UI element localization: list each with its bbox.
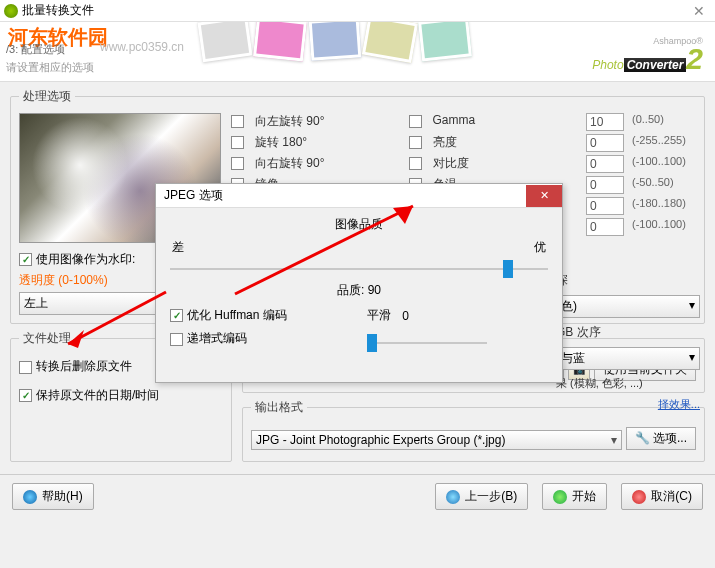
cancel-button[interactable]: 取消(C) xyxy=(621,483,703,510)
arrow-left-icon xyxy=(446,490,460,504)
contrast-value[interactable]: 0 xyxy=(586,155,624,173)
watermark-label: 使用图像作为水印: xyxy=(36,251,135,268)
wizard-header: 河东软件园 /3: 配置选项 www.pc0359.cn 请设置相应的选项 As… xyxy=(0,22,715,82)
chevron-down-icon: ▾ xyxy=(611,433,617,447)
dialog-titlebar: JPEG 选项 ✕ xyxy=(156,184,562,208)
temperature-value[interactable]: 0 xyxy=(586,176,624,194)
hidden1-value[interactable]: 0 xyxy=(586,197,624,215)
help-button[interactable]: 帮助(H) xyxy=(12,483,94,510)
depth-combo[interactable]: 色)▾ xyxy=(556,295,700,318)
titlebar: 批量转换文件 ✕ xyxy=(0,0,715,22)
rgb-order-combo[interactable]: 与蓝▾ xyxy=(556,347,700,370)
quality-heading: 图像品质 xyxy=(170,216,548,233)
checkbox-rotate-180[interactable] xyxy=(231,136,244,149)
processing-legend: 处理选项 xyxy=(19,88,75,105)
jpeg-options-dialog: JPEG 选项 ✕ 图像品质 差优 品质: 90 ✓优化 Huffman 编码 … xyxy=(155,183,563,383)
cancel-icon xyxy=(632,490,646,504)
checkbox-keep-date[interactable]: ✓ xyxy=(19,389,32,402)
play-icon xyxy=(553,490,567,504)
output-format-combo[interactable]: JPG - Joint Photographic Experts Group (… xyxy=(251,430,622,450)
outfmt-legend: 输出格式 xyxy=(251,399,307,416)
checkbox-rotate-left[interactable] xyxy=(231,115,244,128)
brand-logo: Ashampoo® PhotoConverter2 xyxy=(592,36,703,76)
checkbox-progressive[interactable] xyxy=(170,333,183,346)
checkbox-brightness[interactable] xyxy=(409,136,422,149)
wizard-hint: 请设置相应的选项 xyxy=(6,60,94,75)
checkbox-huffman[interactable]: ✓ xyxy=(170,309,183,322)
header-photos xyxy=(200,22,470,59)
window-title: 批量转换文件 xyxy=(22,2,94,19)
quality-value: 品质: 90 xyxy=(170,282,548,299)
help-icon xyxy=(23,490,37,504)
dialog-close-button[interactable]: ✕ xyxy=(526,185,562,207)
effects-link[interactable]: 择效果... xyxy=(556,397,700,412)
site-overlay-url: www.pc0359.cn xyxy=(100,40,184,54)
gamma-value[interactable]: 10 xyxy=(586,113,624,131)
close-icon[interactable]: ✕ xyxy=(687,3,711,19)
wizard-buttons: 帮助(H) 上一步(B) 开始 取消(C) xyxy=(0,474,715,518)
checkbox-contrast[interactable] xyxy=(409,157,422,170)
checkbox-delete-original[interactable] xyxy=(19,361,32,374)
format-options-button[interactable]: 🔧 选项... xyxy=(626,427,696,450)
wizard-step-label: /3: 配置选项 xyxy=(6,42,65,57)
start-button[interactable]: 开始 xyxy=(542,483,607,510)
back-button[interactable]: 上一步(B) xyxy=(435,483,528,510)
checkbox-watermark[interactable]: ✓ xyxy=(19,253,32,266)
checkbox-gamma[interactable] xyxy=(409,115,422,128)
checkbox-rotate-right[interactable] xyxy=(231,157,244,170)
hidden2-value[interactable]: 0 xyxy=(586,218,624,236)
smooth-slider[interactable] xyxy=(367,332,487,354)
app-icon xyxy=(4,4,18,18)
file-legend: 文件处理 xyxy=(19,330,75,347)
dialog-title: JPEG 选项 xyxy=(164,187,223,204)
right-partial-panel: 深 色)▾ GB 次序 与蓝▾ 果 (模糊, 色彩, ...) 择效果... xyxy=(556,272,700,412)
quality-slider[interactable] xyxy=(170,258,548,280)
brightness-value[interactable]: 0 xyxy=(586,134,624,152)
